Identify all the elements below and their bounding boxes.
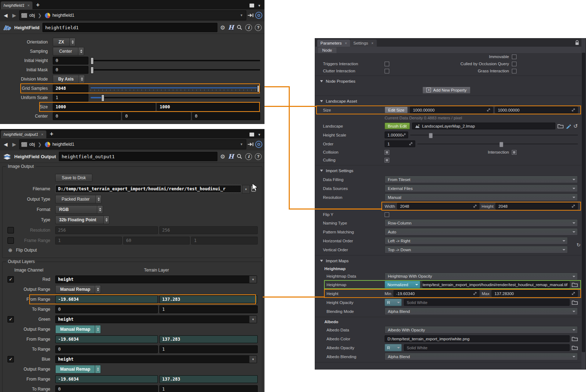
info-icon[interactable]: i [245, 153, 252, 160]
to-max-field[interactable]: 1 [159, 385, 258, 392]
pane-menu-icon[interactable]: ▼ [258, 4, 261, 7]
stepper-icon[interactable] [95, 325, 101, 333]
height-scale-slider[interactable] [410, 132, 578, 138]
back-button[interactable]: ◀ [2, 12, 9, 18]
radar-link-icon[interactable] [255, 141, 262, 148]
import-maps-header[interactable]: Import Maps [315, 257, 586, 265]
terrain-layer-field[interactable]: height▼ [55, 315, 257, 323]
culled-checkbox[interactable] [512, 62, 516, 66]
output-range-dropdown[interactable]: Manual Remap [55, 365, 101, 373]
chevron-down-icon[interactable]: ▼ [249, 276, 257, 283]
naming-type-dropdown[interactable]: Row-Column [385, 219, 578, 227]
to-min-field[interactable]: 0 [55, 345, 158, 353]
from-max-field[interactable]: 137.283 [159, 295, 258, 303]
to-max-field[interactable]: 1 [159, 345, 258, 353]
resolution-x-field[interactable]: 256 [55, 226, 158, 234]
node-name-field[interactable]: heightfield1 [42, 23, 217, 32]
expand-plus-icon[interactable]: ⊕ [8, 247, 12, 253]
reload-icon[interactable]: ↻ [576, 242, 581, 248]
chevron-down-icon[interactable]: ▼ [249, 356, 257, 363]
tab-parameters[interactable]: Parameters × [317, 40, 350, 47]
from-max-field[interactable]: 137.283 [159, 375, 258, 383]
houdini-help-icon[interactable]: H [228, 24, 234, 31]
type-dropdown[interactable]: 32b Floating Point [55, 216, 109, 224]
folder-icon[interactable] [572, 336, 578, 341]
tab-heightfield-output1[interactable]: heightfield_output1 × [1, 130, 46, 138]
to-min-field[interactable]: 0 [55, 305, 158, 313]
info-icon[interactable]: i [245, 24, 252, 31]
new-tab-button[interactable]: + [50, 130, 53, 138]
stepper-icon[interactable] [79, 75, 84, 83]
format-dropdown[interactable]: RGB [55, 205, 103, 214]
height-field[interactable]: 2048 [495, 203, 578, 210]
breadcrumb-node[interactable]: heightfield1 [45, 12, 74, 19]
initial-height-slider[interactable] [91, 57, 260, 64]
landscape-asset-field[interactable]: LandscapeLayerMap_2.lmap [412, 123, 555, 129]
size-y-field[interactable]: 1000.00000 [495, 107, 578, 113]
frame-start-field[interactable]: 1 [55, 237, 122, 244]
channel-enable-checkbox[interactable]: ✓ [7, 356, 14, 362]
grass-checkbox[interactable] [512, 69, 516, 73]
blending-mode-dropdown[interactable]: Alpha Blend [385, 308, 578, 315]
albedo-blending-dropdown[interactable]: Alpha Blend [385, 353, 578, 360]
to-max-field[interactable]: 1 [159, 305, 258, 313]
folder-icon[interactable] [572, 300, 578, 305]
intersection-checkbox[interactable] [512, 150, 516, 155]
filename-field[interactable]: D:/temp/test_terrain_export_import/houdi… [55, 185, 241, 193]
network-path-field[interactable]: obj ❯ heightfield1 ▼ [19, 139, 246, 149]
pane-menu-icon[interactable]: ▼ [258, 133, 261, 136]
radar-link-icon[interactable] [255, 12, 262, 19]
network-path-field[interactable]: obj ❯ heightfield1 ▼ [19, 10, 246, 20]
from-min-field[interactable]: -19.6034 [55, 295, 158, 303]
frame-range-enable-checkbox[interactable]: ✓ [7, 237, 14, 244]
terrain-layer-field[interactable]: height▼ [55, 355, 257, 363]
uniform-scale-slider[interactable] [91, 94, 260, 101]
initial-height-field[interactable]: 0 [53, 57, 88, 65]
path-dropdown-icon[interactable]: ▼ [240, 143, 245, 146]
vertical-order-dropdown[interactable]: Top -> Down [385, 246, 568, 253]
orientation-dropdown[interactable]: ZX [53, 38, 76, 46]
folder-icon[interactable] [557, 124, 564, 128]
height-scale-field[interactable]: 1.00000 [385, 131, 408, 138]
tab-settings[interactable]: Settings × [350, 40, 376, 47]
edit-size-button[interactable]: Edit Size [385, 107, 408, 113]
filename-history-dropdown-icon[interactable]: ▼ [242, 185, 250, 194]
pane-maximize-icon[interactable] [250, 4, 254, 7]
triggers-checkbox[interactable] [385, 62, 389, 66]
output-range-dropdown[interactable]: Manual Remap [55, 285, 101, 294]
node-properties-header[interactable]: Node Properties [315, 77, 586, 86]
order-slider[interactable] [417, 141, 578, 147]
close-icon[interactable]: × [371, 41, 374, 45]
output-range-dropdown[interactable]: Manual Remap [55, 325, 101, 334]
grid-samples-slider[interactable] [91, 85, 260, 92]
close-icon[interactable]: × [27, 3, 30, 7]
size-y-field[interactable]: 1000 [160, 104, 170, 109]
terrain-layer-field[interactable]: height▼ [55, 275, 257, 283]
size-x-field[interactable]: 1000 [56, 104, 66, 109]
to-min-field[interactable]: 0 [55, 385, 158, 392]
help-icon[interactable]: ? [255, 24, 262, 31]
channel-r-dropdown[interactable]: R [385, 299, 402, 306]
uniform-scale-field[interactable]: 1 [53, 94, 88, 102]
node-name-field[interactable]: heightfield_output1 [59, 152, 217, 161]
width-field[interactable]: 2048 [397, 203, 479, 210]
order-field[interactable]: 1 [385, 140, 415, 147]
vertical-scrollbar[interactable] [581, 38, 586, 369]
close-icon[interactable]: × [345, 41, 347, 45]
horizontal-order-dropdown[interactable]: Left -> Right [385, 237, 568, 244]
heightmap-mode-dropdown[interactable]: Normalized [385, 281, 420, 288]
resolution-dropdown[interactable]: Manual [385, 194, 578, 201]
resolution-y-field[interactable]: 256 [159, 226, 258, 234]
initial-mask-field[interactable]: 0 [53, 66, 88, 74]
forward-button[interactable]: ▶ [11, 141, 18, 147]
albedo-opacity-field[interactable]: Solid White [404, 344, 570, 351]
save-to-disk-button[interactable]: Save to Disk [55, 174, 92, 182]
heightmap-data-dropdown[interactable]: Heightmap With Opacity [385, 273, 578, 280]
collision-checkbox[interactable] [385, 150, 389, 155]
frame-step-field[interactable]: 1 [191, 237, 258, 244]
tab-heightfield1[interactable]: heightfield1 × [1, 1, 32, 9]
from-min-field[interactable]: -19.6034 [55, 375, 158, 383]
stepper-icon[interactable] [78, 47, 84, 55]
from-max-field[interactable]: 137.283 [159, 335, 258, 343]
folder-icon[interactable] [572, 345, 578, 350]
